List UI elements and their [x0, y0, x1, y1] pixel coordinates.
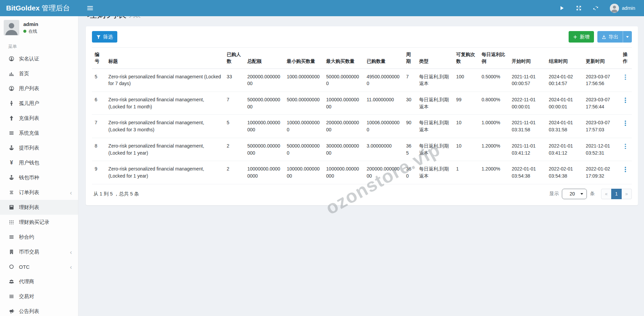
sidebar-item-label: 公告列表 [19, 308, 39, 315]
cell-type: 每日返利,到期返本 [416, 92, 454, 115]
sidebar-item-wallet-coins[interactable]: 钱包币种 [0, 170, 78, 185]
kebab-icon [625, 167, 626, 168]
grid-icon [8, 219, 15, 225]
bars-icon [8, 130, 15, 136]
cell-max-buy: 1000000.00000000 [324, 161, 364, 184]
chevron-down-icon [580, 193, 583, 195]
chart-icon [8, 71, 15, 76]
sidebar-item-user-list[interactable]: 用户列表 [0, 81, 78, 96]
sidebar-item-home[interactable]: 首页 [0, 66, 78, 81]
sidebar-item-withdraw-list[interactable]: 提币列表 [0, 140, 78, 155]
table-row: 9Zero-risk personalized financial manage… [92, 161, 632, 184]
sidebar-item-otc[interactable]: OTC‹ [0, 259, 78, 274]
cell-rebuy-times: 10 [453, 138, 479, 161]
sidebar-item-orphan-users[interactable]: 孤儿用户 [0, 96, 78, 111]
sidebar-item-real-name-auth[interactable]: 实名认证 [0, 51, 78, 66]
fullscreen-icon[interactable] [576, 5, 581, 11]
chevron-left-icon: ‹ [70, 249, 73, 255]
sidebar-item-trade-pairs[interactable]: 交易对 [0, 289, 78, 304]
chevron-left-icon: ‹ [70, 264, 73, 270]
cell-start-time: 2022-11-01 00:00:01 [509, 92, 546, 115]
pagination-summary: 从 1 到 5 ，总共 5 条 [92, 191, 139, 197]
sidebar-item-second-contract[interactable]: 秒合约 [0, 230, 78, 244]
notebook-icon [8, 205, 15, 210]
sidebar-toggle-button[interactable] [85, 3, 96, 13]
bullhorn-icon [8, 309, 15, 314]
filter-button[interactable]: 筛选 [92, 31, 117, 43]
sidebar-item-coin-trade[interactable]: 币币交易‹ [0, 244, 78, 259]
column-header: 最小购买数量 [284, 48, 324, 69]
cell-period: 30 [403, 92, 416, 115]
kebab-icon [625, 75, 626, 76]
cell-rebuy-times: 99 [453, 92, 479, 115]
refresh-icon[interactable] [593, 5, 598, 11]
export-dropdown-button[interactable] [623, 31, 632, 43]
cell-purchased: 3.00000000 [364, 138, 404, 161]
sidebar-item-label: 理财列表 [19, 204, 39, 211]
cell-end-time: 2022-02-01 03:54:38 [546, 161, 583, 184]
page-size-select[interactable]: 20 [562, 189, 587, 199]
sidebar-item-order-list[interactable]: 订单列表‹ [0, 185, 78, 200]
cell-period: 360 [403, 161, 416, 184]
row-actions-button[interactable] [623, 165, 628, 174]
column-header: 标题 [106, 48, 224, 69]
add-button[interactable]: 新增 [569, 31, 594, 43]
kebab-icon [625, 121, 626, 122]
cell-max-buy: 50000.00000000 [324, 69, 364, 91]
cell-id: 5 [92, 69, 106, 91]
cell-update-time: 2023-03-07 17:57:03 [583, 115, 620, 138]
user-circle-icon [8, 56, 15, 61]
cell-type: 每日返利,到期返本 [416, 138, 454, 161]
filter-icon [96, 35, 101, 39]
sidebar-item-announcement-list[interactable]: 公告列表 [0, 304, 78, 316]
cell-daily-rebate: 0.5000% [479, 69, 509, 91]
sidebar-item-label: 系统充值 [19, 130, 39, 136]
app-brand[interactable]: BitGoldex 管理后台 [0, 3, 78, 13]
column-header: 总配额 [244, 48, 284, 69]
bars-icon [8, 294, 15, 299]
cell-start-time: 2021-11-01 03:31:58 [509, 115, 546, 138]
play-icon[interactable] [559, 5, 565, 11]
table-row: 5Zero-risk personalized financial manage… [92, 69, 632, 91]
row-actions-button[interactable] [623, 73, 628, 81]
cell-min-buy: 5000.00000000 [284, 92, 324, 115]
sidebar-item-label: 孤儿用户 [19, 100, 39, 107]
cell-buyers: 5 [224, 115, 245, 138]
sidebar-item-label: 首页 [19, 71, 29, 77]
cell-period: 7 [403, 69, 416, 91]
sidebar-item-agents[interactable]: 代理商 [0, 274, 78, 289]
export-button-label: 导出 [609, 34, 618, 40]
cell-rebuy-times: 100 [453, 69, 479, 91]
pager-prev-button[interactable]: « [601, 189, 612, 199]
navbar-username: admin [622, 5, 636, 11]
anchor-icon [8, 145, 15, 151]
table-row: 6Zero-risk personalized financial manage… [92, 92, 632, 115]
sidebar-item-recharge-list[interactable]: 充值列表 [0, 111, 78, 126]
pager-page-1-button[interactable]: 1 [611, 189, 622, 199]
cell-type: 每日返利,到期返本 [416, 69, 454, 91]
column-header: 编号 [92, 48, 106, 69]
chevron-left-icon: ‹ [70, 189, 73, 196]
cell-title: Zero-risk personalized financial managem… [106, 69, 224, 91]
cell-min-buy: 10000.00000000 [284, 115, 324, 138]
table-row: 8Zero-risk personalized financial manage… [92, 138, 632, 161]
bars-icon [8, 234, 15, 240]
cell-title: Zero-risk personalized financial managem… [106, 161, 224, 184]
cell-total-quota: 200000.00000000 [244, 69, 284, 91]
sidebar-item-user-wallet[interactable]: ¥用户钱包 [0, 155, 78, 170]
chevron-down-icon [626, 36, 629, 38]
sidebar-item-label: 订单列表 [19, 189, 39, 196]
user-menu[interactable]: admin [610, 4, 636, 13]
cell-min-buy: 1000.00000000 [284, 69, 324, 91]
sidebar-item-system-recharge[interactable]: 系统充值 [0, 126, 78, 140]
pager-next-button[interactable]: » [621, 189, 632, 199]
column-header: 结束时间 [546, 48, 583, 69]
cell-buyers: 7 [224, 92, 245, 115]
sidebar-item-finance-list[interactable]: 理财列表 [0, 200, 78, 215]
column-header: 已购人数 [224, 48, 245, 69]
export-button[interactable]: 导出 [597, 31, 623, 43]
sidebar-item-finance-purchase-records[interactable]: 理财购买记录 [0, 215, 78, 230]
row-actions-button[interactable] [623, 96, 628, 104]
row-actions-button[interactable] [623, 119, 628, 127]
row-actions-button[interactable] [623, 142, 628, 151]
